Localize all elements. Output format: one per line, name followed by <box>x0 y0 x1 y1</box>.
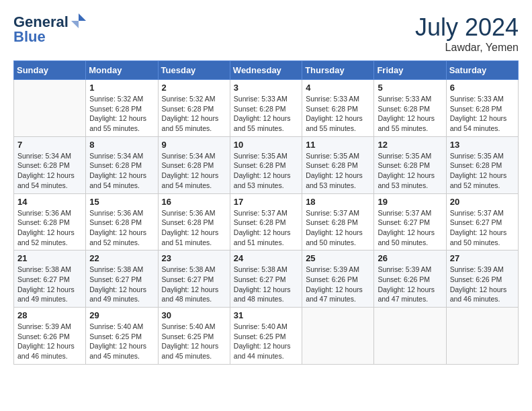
calendar-cell: 25Sunrise: 5:39 AM Sunset: 6:26 PM Dayli… <box>302 250 374 308</box>
day-number: 26 <box>378 253 442 263</box>
day-number: 1 <box>89 83 154 93</box>
calendar-cell: 21Sunrise: 5:38 AM Sunset: 6:27 PM Dayli… <box>14 250 86 308</box>
page-header: General Blue July 2024 Lawdar, Yemen <box>13 13 519 54</box>
day-info: Sunrise: 5:38 AM Sunset: 6:27 PM Dayligh… <box>89 265 154 304</box>
day-number: 30 <box>162 310 226 320</box>
calendar-cell: 13Sunrise: 5:35 AM Sunset: 6:28 PM Dayli… <box>446 136 518 193</box>
day-info: Sunrise: 5:32 AM Sunset: 6:28 PM Dayligh… <box>162 94 226 134</box>
calendar-cell: 1Sunrise: 5:32 AM Sunset: 6:28 PM Daylig… <box>86 80 158 137</box>
day-info: Sunrise: 5:38 AM Sunset: 6:27 PM Dayligh… <box>17 265 82 304</box>
calendar-cell: 3Sunrise: 5:33 AM Sunset: 6:28 PM Daylig… <box>230 80 302 137</box>
day-info: Sunrise: 5:35 AM Sunset: 6:28 PM Dayligh… <box>306 151 370 191</box>
calendar-cell: 7Sunrise: 5:34 AM Sunset: 6:28 PM Daylig… <box>14 136 86 193</box>
calendar-cell: 15Sunrise: 5:36 AM Sunset: 6:28 PM Dayli… <box>86 193 158 250</box>
day-number: 18 <box>306 197 370 207</box>
day-info: Sunrise: 5:40 AM Sunset: 6:25 PM Dayligh… <box>89 322 154 361</box>
day-info: Sunrise: 5:39 AM Sunset: 6:26 PM Dayligh… <box>450 265 515 304</box>
calendar-cell: 2Sunrise: 5:32 AM Sunset: 6:28 PM Daylig… <box>158 80 230 137</box>
day-info: Sunrise: 5:37 AM Sunset: 6:28 PM Dayligh… <box>306 208 370 248</box>
day-number: 14 <box>17 197 82 207</box>
day-number: 13 <box>450 140 515 150</box>
calendar-cell: 9Sunrise: 5:34 AM Sunset: 6:28 PM Daylig… <box>158 136 230 193</box>
calendar-cell <box>374 308 446 365</box>
day-number: 23 <box>162 253 226 263</box>
svg-marker-1 <box>71 21 79 28</box>
calendar-cell: 29Sunrise: 5:40 AM Sunset: 6:25 PM Dayli… <box>86 308 158 365</box>
column-header-saturday: Saturday <box>446 61 518 80</box>
day-number: 10 <box>234 140 298 150</box>
day-number: 21 <box>17 253 82 263</box>
day-number: 3 <box>234 83 298 93</box>
day-info: Sunrise: 5:40 AM Sunset: 6:25 PM Dayligh… <box>234 322 298 361</box>
calendar-cell: 16Sunrise: 5:36 AM Sunset: 6:28 PM Dayli… <box>158 193 230 250</box>
day-number: 16 <box>162 197 226 207</box>
calendar-cell: 27Sunrise: 5:39 AM Sunset: 6:26 PM Dayli… <box>446 250 518 308</box>
day-info: Sunrise: 5:35 AM Sunset: 6:28 PM Dayligh… <box>234 151 298 191</box>
day-number: 11 <box>306 140 370 150</box>
calendar-cell: 28Sunrise: 5:39 AM Sunset: 6:26 PM Dayli… <box>14 308 86 365</box>
day-number: 8 <box>89 140 154 150</box>
svg-marker-0 <box>79 13 86 21</box>
day-info: Sunrise: 5:37 AM Sunset: 6:27 PM Dayligh… <box>450 208 515 248</box>
day-info: Sunrise: 5:33 AM Sunset: 6:28 PM Dayligh… <box>306 94 370 134</box>
day-number: 19 <box>378 197 442 207</box>
calendar-cell: 4Sunrise: 5:33 AM Sunset: 6:28 PM Daylig… <box>302 80 374 137</box>
day-info: Sunrise: 5:37 AM Sunset: 6:27 PM Dayligh… <box>378 208 442 248</box>
day-number: 5 <box>378 83 442 93</box>
day-info: Sunrise: 5:40 AM Sunset: 6:25 PM Dayligh… <box>162 322 226 361</box>
calendar-cell: 23Sunrise: 5:38 AM Sunset: 6:27 PM Dayli… <box>158 250 230 308</box>
calendar-cell: 30Sunrise: 5:40 AM Sunset: 6:25 PM Dayli… <box>158 308 230 365</box>
day-info: Sunrise: 5:36 AM Sunset: 6:28 PM Dayligh… <box>162 208 226 248</box>
day-info: Sunrise: 5:38 AM Sunset: 6:27 PM Dayligh… <box>162 265 226 304</box>
day-info: Sunrise: 5:39 AM Sunset: 6:26 PM Dayligh… <box>378 265 442 304</box>
day-number: 22 <box>89 253 154 263</box>
calendar-week-row: 7Sunrise: 5:34 AM Sunset: 6:28 PM Daylig… <box>14 136 519 193</box>
day-info: Sunrise: 5:37 AM Sunset: 6:28 PM Dayligh… <box>234 208 298 248</box>
calendar-cell: 26Sunrise: 5:39 AM Sunset: 6:26 PM Dayli… <box>374 250 446 308</box>
calendar-cell: 5Sunrise: 5:33 AM Sunset: 6:28 PM Daylig… <box>374 80 446 137</box>
day-info: Sunrise: 5:33 AM Sunset: 6:28 PM Dayligh… <box>378 94 442 134</box>
day-number: 9 <box>162 140 226 150</box>
calendar-cell: 10Sunrise: 5:35 AM Sunset: 6:28 PM Dayli… <box>230 136 302 193</box>
day-number: 24 <box>234 253 298 263</box>
month-year-title: July 2024 <box>415 13 519 42</box>
day-number: 20 <box>450 197 515 207</box>
day-info: Sunrise: 5:33 AM Sunset: 6:28 PM Dayligh… <box>450 94 515 134</box>
logo: General Blue <box>13 13 87 46</box>
column-header-monday: Monday <box>86 61 158 80</box>
day-number: 6 <box>450 83 515 93</box>
column-header-wednesday: Wednesday <box>230 61 302 80</box>
calendar-cell: 14Sunrise: 5:36 AM Sunset: 6:28 PM Dayli… <box>14 193 86 250</box>
calendar-cell: 31Sunrise: 5:40 AM Sunset: 6:25 PM Dayli… <box>230 308 302 365</box>
day-info: Sunrise: 5:34 AM Sunset: 6:28 PM Dayligh… <box>89 151 154 191</box>
calendar-cell <box>14 80 86 137</box>
calendar-cell: 22Sunrise: 5:38 AM Sunset: 6:27 PM Dayli… <box>86 250 158 308</box>
calendar-week-row: 14Sunrise: 5:36 AM Sunset: 6:28 PM Dayli… <box>14 193 519 250</box>
calendar-cell: 18Sunrise: 5:37 AM Sunset: 6:28 PM Dayli… <box>302 193 374 250</box>
day-info: Sunrise: 5:39 AM Sunset: 6:26 PM Dayligh… <box>306 265 370 304</box>
day-info: Sunrise: 5:39 AM Sunset: 6:26 PM Dayligh… <box>17 322 82 361</box>
day-number: 29 <box>89 310 154 320</box>
day-info: Sunrise: 5:35 AM Sunset: 6:28 PM Dayligh… <box>450 151 515 191</box>
title-block: July 2024 Lawdar, Yemen <box>415 13 519 54</box>
calendar-table: SundayMondayTuesdayWednesdayThursdayFrid… <box>13 60 519 365</box>
day-number: 25 <box>306 253 370 263</box>
day-info: Sunrise: 5:34 AM Sunset: 6:28 PM Dayligh… <box>17 151 82 191</box>
day-info: Sunrise: 5:33 AM Sunset: 6:28 PM Dayligh… <box>234 94 298 134</box>
day-info: Sunrise: 5:36 AM Sunset: 6:28 PM Dayligh… <box>89 208 154 248</box>
day-number: 28 <box>17 310 82 320</box>
calendar-cell <box>302 308 374 365</box>
day-number: 31 <box>234 310 298 320</box>
column-header-sunday: Sunday <box>14 61 86 80</box>
calendar-cell: 19Sunrise: 5:37 AM Sunset: 6:27 PM Dayli… <box>374 193 446 250</box>
day-info: Sunrise: 5:32 AM Sunset: 6:28 PM Dayligh… <box>89 94 154 134</box>
calendar-week-row: 28Sunrise: 5:39 AM Sunset: 6:26 PM Dayli… <box>14 308 519 365</box>
day-number: 2 <box>162 83 226 93</box>
column-header-thursday: Thursday <box>302 61 374 80</box>
column-header-friday: Friday <box>374 61 446 80</box>
calendar-cell: 8Sunrise: 5:34 AM Sunset: 6:28 PM Daylig… <box>86 136 158 193</box>
calendar-cell: 12Sunrise: 5:35 AM Sunset: 6:28 PM Dayli… <box>374 136 446 193</box>
calendar-cell: 6Sunrise: 5:33 AM Sunset: 6:28 PM Daylig… <box>446 80 518 137</box>
calendar-week-row: 1Sunrise: 5:32 AM Sunset: 6:28 PM Daylig… <box>14 80 519 137</box>
day-number: 17 <box>234 197 298 207</box>
